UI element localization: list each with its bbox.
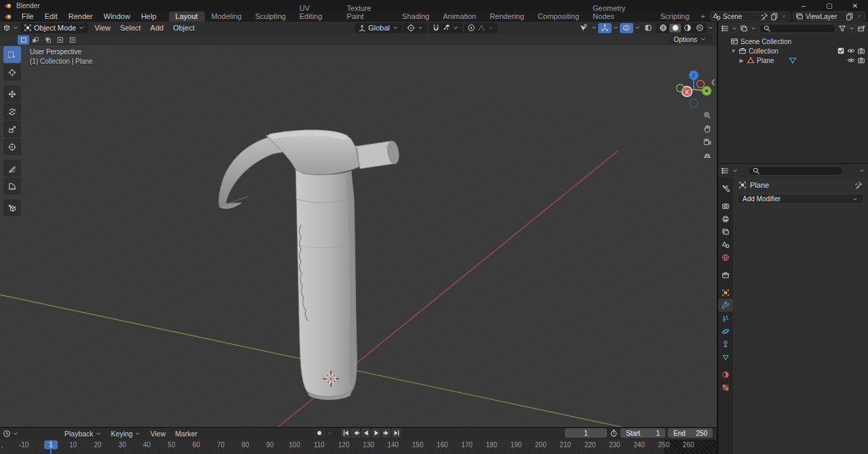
funnel-chevron-icon[interactable]	[848, 25, 855, 32]
scale-tool[interactable]	[3, 121, 21, 138]
add-modifier-button[interactable]: Add Modifier	[737, 194, 864, 204]
properties-options-chevron-icon[interactable]	[859, 167, 865, 174]
auto-keying-record-icon[interactable]	[313, 428, 325, 438]
extend-selection-icon[interactable]	[30, 35, 41, 45]
toggle-xray-icon[interactable]	[642, 23, 655, 33]
outliner-filter-id-icon[interactable]	[740, 24, 748, 33]
previous-keyframe-button[interactable]	[351, 428, 360, 438]
jump-to-start-button[interactable]	[341, 428, 350, 438]
workspace-tab-layout[interactable]: Layout	[169, 12, 205, 22]
timeline-menu-view[interactable]: View	[146, 430, 171, 438]
workspace-tab-rendering[interactable]: Rendering	[483, 12, 531, 22]
subtract-selection-icon[interactable]	[42, 35, 54, 45]
render-tab[interactable]	[718, 199, 733, 212]
shading-chevron-icon[interactable]	[707, 24, 714, 31]
menu-edit[interactable]: Edit	[39, 11, 63, 22]
transform-tool[interactable]	[3, 138, 21, 155]
minimize-window-button[interactable]: –	[791, 0, 816, 11]
workspace-tab-scripting[interactable]: Scripting	[654, 12, 696, 22]
play-reverse-button[interactable]	[361, 428, 370, 438]
new-view-layer-icon[interactable]	[846, 12, 854, 20]
eye-icon[interactable]	[847, 56, 855, 64]
modifier-tab[interactable]	[718, 299, 733, 312]
show-gizmo-icon[interactable]	[598, 23, 612, 33]
new-scene-icon[interactable]	[770, 12, 778, 20]
workspace-tab-shading[interactable]: Shading	[395, 12, 436, 22]
menu-file[interactable]: File	[16, 11, 39, 22]
overlays-chevron-icon[interactable]	[634, 24, 641, 31]
output-tab[interactable]	[718, 212, 733, 225]
viewport-pan-hand-button[interactable]	[700, 122, 715, 136]
falloff-curve-icon[interactable]	[477, 24, 486, 32]
pivot-point-selector[interactable]	[403, 23, 427, 33]
timeline-menu-keying[interactable]: Keying	[106, 430, 146, 438]
add-workspace-button[interactable]: +	[696, 12, 710, 20]
editor-type-timeline-icon[interactable]	[3, 430, 11, 438]
proportional-edit-icon[interactable]	[467, 24, 475, 32]
viewport-menu-view[interactable]: View	[90, 24, 115, 32]
outliner-filter-id-chevron-icon[interactable]	[750, 25, 757, 32]
timeline-menu-playback[interactable]: Playback	[60, 430, 106, 438]
show-overlays-icon[interactable]	[620, 23, 633, 33]
close-window-button[interactable]: ✕	[842, 0, 868, 11]
keying-set-chevron-icon[interactable]	[326, 430, 333, 436]
visibility-chevron-icon[interactable]	[591, 24, 597, 31]
outliner-search-input[interactable]	[759, 24, 836, 33]
view-layer-selector[interactable]: ViewLayer	[793, 12, 865, 21]
new-collection-icon[interactable]	[857, 24, 865, 33]
outliner-row-collection[interactable]: ▼Collection	[718, 46, 868, 56]
remove-view-layer-icon[interactable]	[856, 13, 863, 20]
select-box-tool[interactable]	[3, 46, 21, 63]
outliner-display-chevron-icon[interactable]	[731, 25, 738, 32]
gizmo-chevron-icon[interactable]	[612, 24, 619, 31]
show-visibility-icon[interactable]	[576, 23, 590, 33]
funnel-filter-icon[interactable]	[838, 24, 846, 33]
playhead-frame-badge[interactable]: 1	[44, 440, 58, 449]
cursor-tool[interactable]	[3, 64, 21, 81]
physics-tab[interactable]	[718, 325, 733, 337]
texture-tab[interactable]	[718, 381, 733, 394]
move-tool[interactable]	[3, 85, 21, 102]
falloff-chevron-icon[interactable]	[488, 24, 494, 31]
viewport-menu-add[interactable]: Add	[146, 24, 169, 32]
particles-tab[interactable]	[718, 312, 733, 325]
workspace-tab-animation[interactable]: Animation	[436, 12, 483, 22]
ruler-expand-icon[interactable]: ›	[1, 444, 3, 451]
orientation-selector[interactable]: Global	[355, 23, 402, 33]
intersect-selection-icon[interactable]	[66, 35, 78, 45]
play-button[interactable]	[372, 428, 380, 438]
material-tab[interactable]	[718, 368, 733, 381]
menu-help[interactable]: Help	[136, 11, 162, 22]
data-tab[interactable]	[718, 350, 733, 363]
outliner-display-mode-icon[interactable]	[721, 24, 729, 33]
new-selection-icon[interactable]	[18, 35, 29, 45]
outliner-row-plane[interactable]: ▶Plane	[718, 56, 868, 65]
timeline-menu-marker[interactable]: Marker	[170, 430, 202, 438]
viewport-canvas[interactable]: Z X	[0, 45, 717, 427]
tool-tab[interactable]	[718, 182, 733, 194]
breadcrumb-object-name[interactable]: Plane	[750, 181, 769, 189]
viewport-zoom-button[interactable]	[700, 108, 715, 122]
outliner-item-label[interactable]: Collection	[749, 47, 778, 55]
invert-selection-icon[interactable]	[54, 35, 66, 45]
current-frame-field[interactable]: 1	[565, 428, 607, 438]
snap-chevron-icon[interactable]	[452, 24, 459, 31]
checkbox-icon[interactable]	[837, 47, 845, 55]
outliner-row-scene-collection[interactable]: Scene Collection	[718, 37, 868, 46]
editor-type-3d-viewport-icon[interactable]	[3, 24, 11, 32]
object-tab[interactable]	[718, 286, 733, 299]
timeline-editor-chevron-icon[interactable]	[12, 430, 19, 437]
pin-id-icon[interactable]	[854, 181, 863, 189]
workspace-tab-compositing[interactable]: Compositing	[531, 12, 586, 22]
shading-wireframe-icon[interactable]	[657, 24, 669, 33]
outliner-item-label[interactable]: Plane	[757, 57, 774, 64]
view-layer-tab[interactable]	[718, 225, 733, 238]
blender-menu-icon[interactable]	[0, 12, 16, 20]
properties-editor-chevron-icon[interactable]	[732, 167, 738, 174]
eye-icon[interactable]	[847, 47, 855, 55]
outliner-item-label[interactable]: Scene Collection	[741, 38, 791, 45]
options-button[interactable]: Options	[669, 35, 711, 44]
view-layer-browse-icon[interactable]	[795, 12, 804, 20]
sidebar-collapse-icon[interactable]: ❮	[711, 79, 716, 85]
proportional-edit-controls[interactable]	[464, 23, 498, 33]
